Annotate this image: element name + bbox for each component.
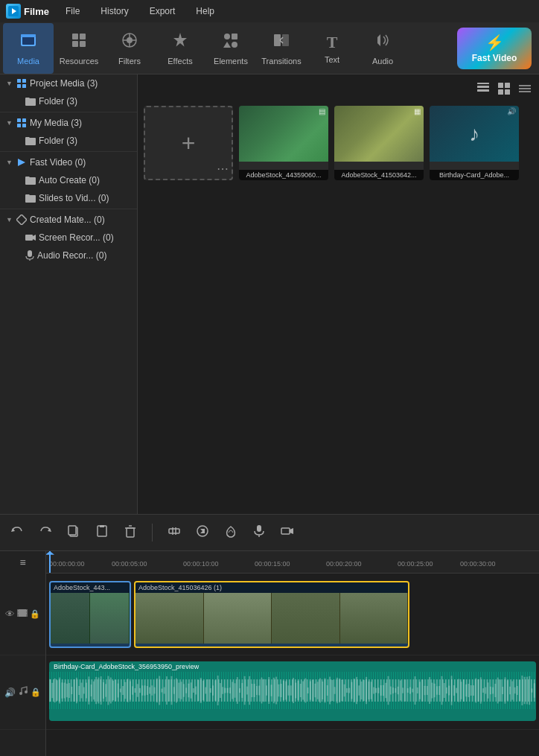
menu-export[interactable]: Export bbox=[145, 4, 180, 18]
svg-rect-23 bbox=[17, 118, 21, 122]
video-lock-icon[interactable]: 🔒 bbox=[30, 609, 40, 619]
svg-rect-156 bbox=[254, 684, 255, 697]
svg-rect-38 bbox=[498, 89, 503, 95]
color-button[interactable] bbox=[221, 523, 240, 543]
svg-rect-153 bbox=[246, 687, 248, 695]
copy-button[interactable] bbox=[64, 523, 83, 543]
sidebar-item-folder-2[interactable]: Folder (3) bbox=[0, 132, 137, 150]
sidebar-project-media-label: Project Media (3) bbox=[30, 78, 98, 89]
delete-button[interactable] bbox=[121, 523, 140, 543]
svg-rect-241 bbox=[461, 682, 462, 699]
svg-rect-139 bbox=[212, 685, 214, 696]
svg-rect-89 bbox=[91, 684, 92, 696]
svg-rect-223 bbox=[417, 687, 418, 693]
transitions-label: Transitions bbox=[261, 57, 301, 66]
toolbar-item-elements[interactable]: Elements bbox=[205, 23, 256, 74]
svg-rect-161 bbox=[266, 685, 267, 696]
record-video-button[interactable] bbox=[278, 523, 297, 543]
svg-rect-72 bbox=[49, 679, 51, 702]
svg-rect-127 bbox=[183, 684, 185, 696]
menu-file[interactable]: File bbox=[61, 4, 84, 18]
audio-track: Birthday-Card_AdobeStock_356953950_previ… bbox=[46, 655, 539, 730]
media-item-2-label: AdobeStock_41503642... bbox=[334, 170, 424, 180]
grid-split-button[interactable] bbox=[496, 80, 512, 100]
media-item-audio[interactable]: ♪ 🔊 Birthday-Card_Adobe... bbox=[430, 106, 519, 180]
trim-button[interactable] bbox=[165, 523, 184, 543]
sidebar-item-created-mate[interactable]: ▼ Created Mate... (0) bbox=[0, 211, 137, 229]
more-options-icon[interactable]: ⋯ bbox=[217, 162, 229, 176]
toolbar-item-filters[interactable]: Filters bbox=[104, 23, 155, 74]
sidebar-item-fast-video[interactable]: ▼ Fast Video (0) bbox=[0, 153, 137, 171]
add-media-button[interactable]: + ⋯ bbox=[144, 106, 233, 180]
speed-button[interactable] bbox=[193, 523, 212, 543]
audio-clip-label: Birthday-Card_AdobeStock_356953950_previ… bbox=[49, 661, 536, 672]
toolbar-item-effects[interactable]: Effects bbox=[155, 23, 205, 74]
menu-history[interactable]: History bbox=[96, 4, 133, 18]
timeline-hamburger[interactable]: ≡ bbox=[0, 551, 45, 574]
fast-video-icon-sidebar bbox=[16, 157, 27, 168]
svg-rect-167 bbox=[281, 684, 282, 697]
svg-rect-78 bbox=[64, 682, 66, 698]
svg-rect-149 bbox=[237, 677, 238, 704]
svg-rect-264 bbox=[517, 686, 518, 695]
sidebar-item-screen-recor[interactable]: Screen Recor... (0) bbox=[0, 229, 137, 247]
svg-rect-98 bbox=[112, 681, 114, 700]
media-item-video-1[interactable]: ▤ AdobeStock_44359060... bbox=[239, 106, 328, 180]
svg-rect-101 bbox=[120, 688, 121, 692]
frame-1 bbox=[51, 593, 90, 644]
menu-bar: Filme File History Export Help bbox=[0, 0, 539, 22]
fast-video-button[interactable]: ⚡ Fast Video bbox=[457, 28, 532, 69]
svg-rect-224 bbox=[419, 682, 421, 699]
svg-rect-146 bbox=[229, 687, 231, 693]
video-clip-1[interactable]: AdobeStock_443... bbox=[49, 581, 131, 648]
svg-marker-27 bbox=[18, 159, 25, 166]
sidebar-item-audio-recor[interactable]: Audio Recor... (0) bbox=[0, 247, 137, 264]
grid-menu-button[interactable] bbox=[517, 80, 533, 100]
svg-rect-204 bbox=[371, 682, 372, 699]
svg-rect-217 bbox=[402, 687, 404, 693]
toolbar: Media Resources Filters Effects Elements… bbox=[0, 22, 539, 74]
svg-rect-17 bbox=[274, 34, 281, 46]
redo-button[interactable] bbox=[36, 523, 55, 543]
svg-rect-123 bbox=[173, 687, 175, 694]
sidebar-item-project-media[interactable]: ▼ Project Media (3) bbox=[0, 74, 137, 92]
time-ruler[interactable]: 00:00:00:00 00:00:05:00 00:00:10:00 00:0… bbox=[46, 551, 539, 574]
svg-rect-166 bbox=[278, 684, 279, 696]
svg-rect-230 bbox=[434, 684, 436, 697]
time-cursor[interactable] bbox=[49, 551, 51, 573]
frame-c4 bbox=[340, 593, 409, 644]
sidebar-item-slides-to-vid[interactable]: Slides to Vid... (0) bbox=[0, 189, 137, 207]
audio-track-label: 🔊 🔒 bbox=[0, 655, 45, 730]
toolbar-item-audio[interactable]: Audio bbox=[357, 23, 408, 74]
frame-c3 bbox=[272, 593, 340, 644]
undo-button[interactable] bbox=[7, 523, 27, 543]
volume-icon[interactable]: 🔊 bbox=[4, 687, 16, 698]
camera-icon bbox=[25, 233, 36, 242]
menu-help[interactable]: Help bbox=[191, 4, 219, 18]
video-clip-2[interactable]: AdobeStock_415036426 (1) bbox=[134, 581, 409, 648]
grid-layer-button[interactable] bbox=[475, 80, 491, 100]
svg-rect-83 bbox=[76, 678, 77, 703]
svg-rect-245 bbox=[471, 685, 472, 696]
toolbar-item-resources[interactable]: Resources bbox=[54, 23, 104, 74]
sidebar-item-auto-create[interactable]: Auto Create (0) bbox=[0, 171, 137, 189]
sidebar-item-my-media[interactable]: ▼ My Media (3) bbox=[0, 114, 137, 132]
svg-rect-238 bbox=[453, 685, 455, 696]
sidebar-item-folder-1[interactable]: Folder (3) bbox=[0, 92, 137, 110]
svg-rect-183 bbox=[319, 679, 321, 703]
toolbar-item-transitions[interactable]: Transitions bbox=[256, 23, 307, 74]
audio-clip[interactable]: Birthday-Card_AdobeStock_356953950_previ… bbox=[49, 661, 536, 721]
sidebar-audio-recor-label: Audio Recor... (0) bbox=[37, 250, 106, 261]
audio-lock-icon[interactable]: 🔒 bbox=[31, 687, 41, 697]
svg-rect-219 bbox=[407, 688, 409, 693]
svg-rect-268 bbox=[526, 676, 528, 704]
svg-rect-225 bbox=[421, 679, 423, 702]
paste-button[interactable] bbox=[92, 523, 112, 543]
eye-icon[interactable]: 👁 bbox=[5, 609, 15, 620]
svg-rect-121 bbox=[168, 679, 170, 702]
toolbar-item-media[interactable]: Media bbox=[3, 23, 54, 74]
svg-rect-163 bbox=[271, 684, 272, 696]
media-item-video-2[interactable]: ▦ AdobeStock_41503642... bbox=[334, 106, 424, 180]
record-audio-button[interactable] bbox=[249, 523, 269, 543]
toolbar-item-text[interactable]: T Text bbox=[307, 23, 357, 74]
